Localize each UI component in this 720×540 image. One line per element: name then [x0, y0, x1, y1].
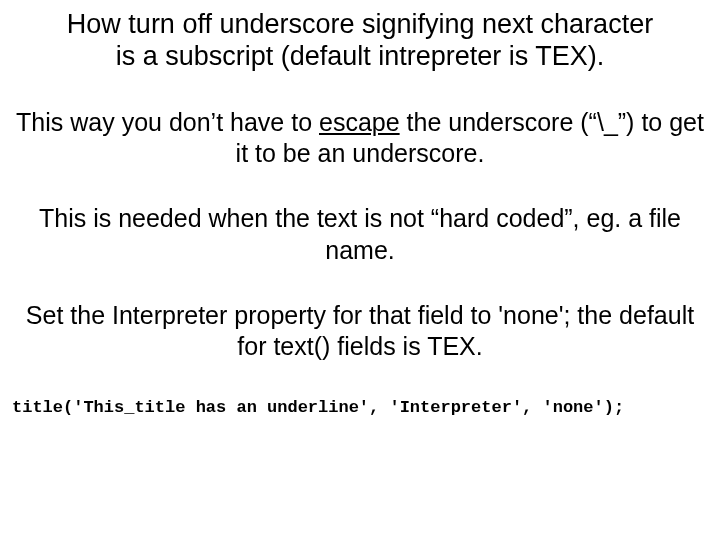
document-page: How turn off underscore signifying next … [0, 0, 720, 540]
page-title: How turn off underscore signifying next … [10, 8, 710, 73]
p3-text: Set the Interpreter property for that fi… [26, 301, 694, 360]
p1-prefix: This way you don’t have to [16, 108, 319, 136]
code-text: title('This_title has an underline', 'In… [12, 398, 624, 417]
paragraph-escape: This way you don’t have to escape the un… [10, 107, 710, 170]
escape-link[interactable]: escape [319, 108, 400, 136]
p2-text: This is needed when the text is not “har… [39, 204, 681, 263]
paragraph-interpreter: Set the Interpreter property for that fi… [10, 300, 710, 363]
title-line-2: is a subscript (default intrepreter is T… [116, 41, 605, 71]
title-line-1: How turn off underscore signifying next … [67, 9, 653, 39]
code-line: title('This_title has an underline', 'In… [10, 398, 710, 417]
paragraph-need: This is needed when the text is not “har… [10, 203, 710, 266]
